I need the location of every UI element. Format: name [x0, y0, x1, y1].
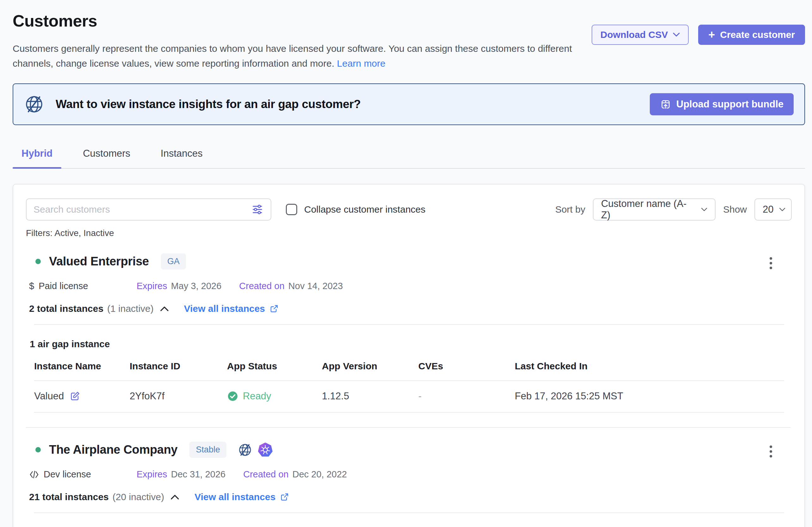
upload-support-bundle-button[interactable]: Upload support bundle	[650, 93, 794, 115]
airgap-globe-icon	[238, 443, 252, 457]
airgap-banner: Want to view instance insights for an ai…	[13, 84, 805, 125]
col-instance-id: Instance ID	[130, 361, 227, 372]
total-instances-text: 21 total instances	[29, 492, 109, 502]
customer-name[interactable]: The Airplane Company	[49, 443, 177, 456]
customer-head: Valued Enterprise GA	[26, 253, 792, 270]
dollar-icon: $	[29, 281, 34, 291]
sort-by-value: Customer name (A-Z)	[601, 198, 692, 221]
instance-table-header: Instance Name Instance ID App Status App…	[34, 361, 784, 381]
license-type: Dev license	[29, 469, 136, 480]
expires-label: Expires	[136, 281, 167, 291]
created-value: Dec 20, 2022	[292, 469, 347, 480]
upload-icon	[660, 99, 671, 110]
toolbar: Collapse customer instances Sort by Cust…	[26, 198, 792, 221]
external-link-icon	[280, 492, 289, 502]
collapse-chevron-up-icon[interactable]	[171, 495, 179, 500]
sort-by-label: Sort by	[555, 204, 585, 215]
collapse-instances-control: Collapse customer instances	[286, 204, 425, 215]
customer-menu-button[interactable]	[767, 443, 775, 460]
expires-pair: Expires Dec 31, 2026	[136, 469, 226, 480]
chevron-down-icon	[673, 32, 680, 37]
view-all-instances-link[interactable]: View all instances	[194, 492, 289, 502]
show-label: Show	[723, 204, 747, 215]
download-csv-button[interactable]: Download CSV	[592, 25, 689, 45]
license-type: $ Paid license	[29, 281, 136, 291]
show-value: 20	[763, 204, 773, 215]
view-all-instances-link[interactable]: View all instances	[184, 303, 279, 314]
upload-support-bundle-label: Upload support bundle	[676, 99, 784, 110]
page-header-left: Customers Customers generally represent …	[13, 7, 579, 71]
app-version: 1.12.5	[322, 391, 418, 402]
inactive-instances-text: (1 inactive)	[107, 303, 154, 314]
instance-row: Valued 2YfoK7f Ready	[34, 381, 784, 412]
edit-icon[interactable]	[70, 391, 80, 402]
customer-name[interactable]: Valued Enterprise	[49, 255, 149, 268]
col-last-checked-in: Last Checked In	[515, 361, 784, 372]
col-cves: CVEs	[418, 361, 515, 372]
instance-name-cell: Valued	[34, 391, 130, 402]
kubernetes-icon	[258, 443, 273, 457]
code-icon	[29, 469, 39, 480]
tab-hybrid[interactable]: Hybrid	[13, 143, 61, 168]
expires-pair: Expires May 3, 2026	[136, 281, 221, 291]
customer-section-airplane-company: The Airplane Company Stable	[26, 442, 792, 527]
customers-page: Customers Customers generally represent …	[0, 0, 812, 527]
instance-name: Valued	[34, 391, 64, 402]
search-input[interactable]	[33, 204, 251, 215]
active-status-dot	[35, 447, 41, 452]
app-status-cell: Ready	[227, 391, 322, 402]
expires-value: May 3, 2026	[171, 281, 222, 291]
channel-badge: GA	[161, 253, 186, 270]
created-value: Nov 14, 2023	[288, 281, 343, 291]
tab-instances[interactable]: Instances	[152, 143, 212, 168]
page-description-text: Customers generally represent the compan…	[13, 43, 572, 69]
sort-by-select[interactable]: Customer name (A-Z)	[593, 198, 715, 221]
airgap-instances-table: Instance Name Instance ID App Status App…	[34, 361, 784, 412]
collapse-chevron-up-icon[interactable]	[160, 306, 169, 312]
show-select[interactable]: 20	[754, 198, 792, 221]
active-filters-text: Filters: Active, Inactive	[26, 228, 792, 238]
cves-value: -	[418, 391, 515, 402]
customer-menu-button[interactable]	[767, 255, 775, 272]
page-header: Customers Customers generally represent …	[13, 7, 805, 71]
plus-icon: +	[708, 29, 715, 41]
check-circle-icon	[227, 391, 238, 402]
total-instances-text: 2 total instances	[29, 303, 103, 314]
page-title: Customers	[13, 11, 579, 30]
create-customer-label: Create customer	[720, 29, 795, 40]
tab-customers[interactable]: Customers	[74, 143, 139, 168]
tab-bar: Hybrid Customers Instances	[13, 143, 805, 169]
toolbar-right: Sort by Customer name (A-Z) Show 20	[555, 198, 792, 221]
page-description: Customers generally represent the compan…	[13, 41, 579, 71]
create-customer-button[interactable]: + Create customer	[698, 25, 805, 45]
instance-id: 2YfoK7f	[130, 391, 227, 402]
divider	[34, 324, 784, 325]
collapse-instances-label: Collapse customer instances	[304, 204, 425, 215]
last-checked-in: Feb 17, 2026 15:25 MST	[515, 391, 784, 402]
inactive-instances-text: (20 inactive)	[113, 492, 164, 502]
customer-meta-row: Dev license Expires Dec 31, 2026 Created…	[26, 469, 792, 480]
expires-value: Dec 31, 2026	[171, 469, 226, 480]
customer-divider	[26, 427, 791, 428]
instances-summary-row: 2 total instances (1 inactive) View all …	[26, 303, 792, 314]
divider	[34, 512, 784, 513]
col-instance-name: Instance Name	[34, 361, 130, 372]
learn-more-link[interactable]: Learn more	[337, 58, 386, 69]
customers-card: Collapse customer instances Sort by Cust…	[13, 184, 805, 527]
search-box	[26, 198, 271, 221]
customer-meta-row: $ Paid license Expires May 3, 2026 Creat…	[26, 281, 792, 291]
col-app-status: App Status	[227, 361, 322, 372]
collapse-instances-checkbox[interactable]	[286, 204, 297, 215]
external-link-icon	[270, 304, 279, 313]
filter-sliders-icon[interactable]	[251, 203, 264, 216]
app-status: Ready	[243, 391, 271, 402]
license-type-label: Dev license	[44, 469, 91, 480]
airgap-banner-title: Want to view instance insights for an ai…	[56, 97, 361, 111]
active-status-dot	[35, 259, 41, 264]
download-csv-label: Download CSV	[600, 29, 668, 40]
instances-summary-row: 21 total instances (20 inactive) View al…	[26, 492, 792, 502]
created-pair: Created on Nov 14, 2023	[239, 281, 343, 291]
license-type-label: Paid license	[39, 281, 88, 291]
header-actions: Download CSV + Create customer	[592, 25, 805, 45]
customer-section-valued-enterprise: Valued Enterprise GA $ Paid license Expi…	[26, 253, 792, 412]
